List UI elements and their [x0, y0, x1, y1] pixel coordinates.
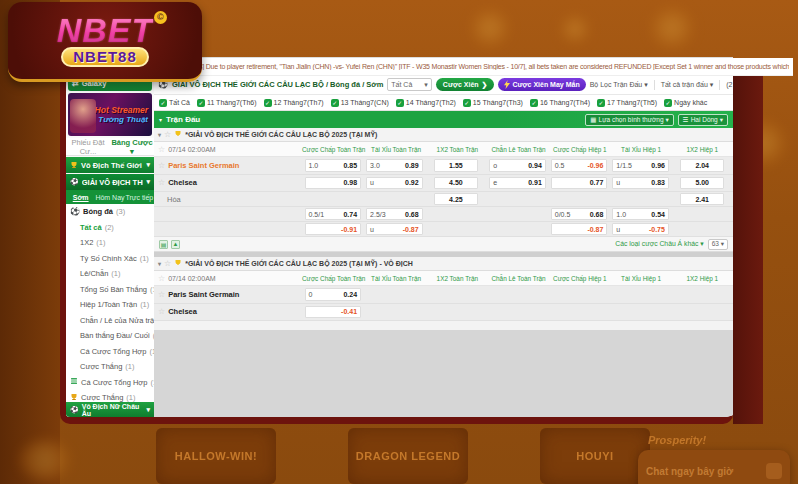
- odds-cell[interactable]: -0.41: [305, 306, 362, 319]
- odds-cell[interactable]: 1/1.50.96: [612, 159, 669, 172]
- odds-value: 1.55: [449, 162, 463, 169]
- tab-bet-board[interactable]: Bảng Cược ▾: [110, 138, 154, 156]
- lucky-parlay-button[interactable]: Cược Xiên May Mắn: [498, 78, 585, 91]
- sidebar-menu-item[interactable]: Cá Cược Tổng Hợp(1): [66, 344, 154, 360]
- odds-cell[interactable]: 0/0.50.68: [551, 208, 608, 221]
- date-filter-chip[interactable]: ✓14 Tháng7(Th2): [396, 99, 456, 107]
- sidebar-menu-item[interactable]: Cược Thắng(1): [66, 359, 154, 375]
- odds-cell[interactable]: o0.94: [489, 159, 546, 172]
- soccer-icon: ⚽: [70, 207, 80, 216]
- odds-cell[interactable]: 0.77: [551, 177, 608, 190]
- odds-cell[interactable]: 4.50: [434, 177, 478, 190]
- date-filter-chip[interactable]: ✓12 Tháng7(Th7): [264, 99, 324, 107]
- sidebar-menu-item[interactable]: Tỷ Số Chính Xác(1): [66, 251, 154, 267]
- sidebar-item-womens-euro[interactable]: ⚽ Vô Địch Nữ Châu Âu ▾: [66, 402, 154, 417]
- odds-cell[interactable]: -0.87: [551, 223, 608, 236]
- odds-cell[interactable]: e0.91: [489, 177, 546, 190]
- all-matches-dropdown[interactable]: Tất cả trận đấu ▾: [661, 81, 714, 89]
- bet-count-dropdown[interactable]: 63 ▾: [708, 239, 728, 250]
- odds-cell[interactable]: 4.25: [434, 193, 478, 206]
- sidebar-menu-count: (1): [125, 362, 134, 371]
- odds-cell[interactable]: 3.00.89: [366, 159, 423, 172]
- odds-cell[interactable]: u-0.75: [612, 223, 669, 236]
- odds-cell[interactable]: 2.5/30.68: [366, 208, 423, 221]
- collapse-icon[interactable]: ▾: [159, 116, 162, 123]
- odds-cell[interactable]: 0.5/10.74: [305, 208, 362, 221]
- checkbox-checked-icon: ✓: [264, 99, 272, 107]
- sidebar-menu-item[interactable]: Cược Thắng(1): [66, 390, 154, 402]
- sidebar-item-club-world-cup[interactable]: ⚽ GIẢI VÔ ĐỊCH THẾ GIỚI ... ▾: [66, 174, 154, 190]
- odds-cell[interactable]: 00.24: [305, 288, 362, 301]
- sidebar-menu-item[interactable]: Tổng Số Bàn Thắng(1): [66, 282, 154, 298]
- background-glow: [20, 440, 70, 480]
- date-filter-chip[interactable]: ✓13 Tháng7(CN): [331, 99, 389, 107]
- odds-cell[interactable]: u0.92: [366, 177, 423, 190]
- star-icon[interactable]: ☆: [164, 130, 171, 139]
- match-time-cell: ☆07/14 02:00AM: [154, 274, 302, 283]
- subtab-early[interactable]: Sớm: [66, 194, 95, 201]
- sidebar-menu-item[interactable]: Chẵn / Lẻ của Nửa trận/T...(1): [66, 313, 154, 329]
- star-icon[interactable]: ☆: [158, 290, 165, 299]
- hot-streamer-banner[interactable]: Hot Streamer Tường Thuật: [68, 93, 152, 136]
- sidebar-menu-item[interactable]: 1X2(1): [66, 235, 154, 251]
- odds-cell[interactable]: 1.00.85: [305, 159, 362, 172]
- chat-widget[interactable]: Chat ngay bây giờ: [638, 450, 790, 484]
- star-icon[interactable]: ☆: [164, 259, 171, 268]
- sidebar-menu-item[interactable]: ⚽Bóng đá(3): [66, 204, 154, 220]
- date-filter-chip[interactable]: ✓15 Tháng7(Th3): [463, 99, 523, 107]
- market-filter-select[interactable]: Tất Cả ▾: [387, 78, 432, 91]
- league-header-row[interactable]: ▾☆*GIẢI VÔ ĐỊCH THẾ GIỚI CÁC CÂU LẠC BỘ …: [154, 257, 733, 271]
- odds-cell[interactable]: 0.98: [305, 177, 362, 190]
- parlay-button[interactable]: Cược Xiên ❯: [436, 78, 495, 91]
- subtab-today[interactable]: Hôm Nay: [95, 194, 124, 201]
- collapse-icon[interactable]: ▾: [158, 131, 161, 138]
- sidebar-menu-label: Tổng Số Bàn Thắng: [80, 285, 147, 294]
- layout-mode-select[interactable]: ☰ Hai Dòng ▾: [678, 114, 728, 126]
- odds-cell[interactable]: 5.00: [680, 177, 724, 190]
- odds-value: 5.00: [695, 179, 709, 186]
- collapse-icon[interactable]: ▾: [158, 260, 161, 267]
- sidebar-menu-item[interactable]: Tất cả(2): [66, 220, 154, 236]
- odds-cell[interactable]: 1.55: [434, 159, 478, 172]
- sidebar-menu-item[interactable]: Hiệp 1/Toàn Trận(1): [66, 297, 154, 313]
- odds-cell[interactable]: 2.41: [680, 193, 724, 206]
- team-cell: ☆Chelsea: [154, 178, 302, 187]
- odds-cell[interactable]: -0.91: [305, 223, 362, 236]
- stats-icon[interactable]: ▤: [159, 240, 168, 249]
- chevron-right-icon: ❯: [482, 81, 488, 89]
- league-header-row[interactable]: ▾☆*GIẢI VÔ ĐỊCH THẾ GIỚI CÁC CÂU LẠC BỘ …: [154, 128, 733, 142]
- star-icon[interactable]: ☆: [158, 161, 165, 170]
- odds-cell[interactable]: 2.04: [680, 159, 724, 172]
- chart-icon[interactable]: ▲: [171, 240, 180, 249]
- star-icon[interactable]: ☆: [158, 274, 165, 283]
- subtab-live[interactable]: Trực tiếp: [125, 194, 154, 201]
- womens-euro-label: Vô Địch Nữ Châu Âu: [82, 403, 144, 417]
- odds-cell[interactable]: 1.00.54: [612, 208, 669, 221]
- sidebar-item-world-championship[interactable]: Vô Địch Thế Giới ▾: [66, 157, 154, 173]
- sidebar-menu-item[interactable]: Bàn thắng Đầu/ Cuối(1): [66, 328, 154, 344]
- star-icon[interactable]: ☆: [158, 307, 165, 316]
- star-icon[interactable]: ☆: [158, 145, 165, 154]
- date-filter-chip[interactable]: ✓16 Tháng7(Th4): [530, 99, 590, 107]
- odds-cell[interactable]: 0.5-0.96: [551, 159, 608, 172]
- odds-cell[interactable]: u0.83: [612, 177, 669, 190]
- odds-cell-slot: 4.50: [425, 177, 487, 190]
- display-mode-select[interactable]: ▦ Lựa chọn bình thường ▾: [585, 114, 673, 126]
- star-icon[interactable]: ☆: [158, 178, 165, 187]
- date-filter-chip[interactable]: ✓17 Tháng7(Th5): [597, 99, 657, 107]
- date-filter-chip[interactable]: ✓Ngày khác: [664, 99, 707, 107]
- sidebar-menu-count: (1): [96, 238, 105, 247]
- nbet-logo[interactable]: NBET© NBET88: [8, 2, 202, 82]
- odds-cell[interactable]: u-0.87: [366, 223, 423, 236]
- tab-bet-slip[interactable]: Phiếu Đặt Cư...: [66, 138, 110, 156]
- sidebar-menu-item[interactable]: Cá Cược Tổng Hợp(1): [66, 375, 154, 391]
- date-filter-chip[interactable]: ✓Tất Cả: [159, 99, 190, 107]
- odds-cell-slot: 1.55: [425, 159, 487, 172]
- divider: [719, 80, 720, 90]
- match-filter-dropdown[interactable]: Bộ Lọc Trận Đấu ▾: [590, 81, 648, 89]
- date-filter-chip[interactable]: ✓11 Tháng7(Th6): [197, 99, 257, 107]
- sidebar-menu-label: Cược Thắng: [80, 362, 122, 371]
- sidebar-menu-item[interactable]: Lẻ/Chẵn(1): [66, 266, 154, 282]
- more-bets-dropdown[interactable]: Các loại cược Châu Á khác ▾: [615, 240, 703, 248]
- odds-value: 0.77: [590, 179, 604, 186]
